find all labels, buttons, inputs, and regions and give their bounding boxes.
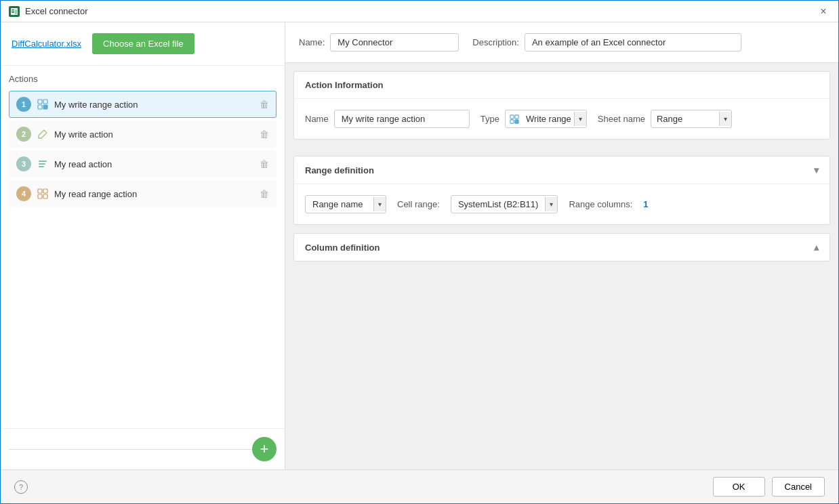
range-cols-label: Range columns: — [569, 199, 632, 209]
action-info-card: Action Information Name Type — [293, 71, 830, 140]
svg-rect-3 — [38, 105, 42, 109]
type-select[interactable]: Write range ▾ — [505, 110, 587, 128]
action-number-2: 2 — [16, 127, 31, 142]
title-bar: Excel connector × — [1, 1, 838, 22]
action-name-input[interactable] — [334, 110, 470, 128]
type-select-arrow[interactable]: ▾ — [574, 112, 586, 126]
range-cols-value: 1 — [643, 199, 648, 209]
range-def-title: Range definition — [305, 165, 374, 175]
write-icon — [37, 128, 49, 140]
delete-action-4[interactable]: 🗑 — [260, 188, 269, 199]
cell-range-value: SystemList (B2:B11) — [451, 196, 546, 213]
sheet-select-arrow[interactable]: ▾ — [719, 112, 731, 126]
add-action-button[interactable]: + — [252, 437, 277, 461]
svg-rect-1 — [38, 100, 42, 104]
desc-label: Description: — [472, 37, 519, 47]
action-item-4[interactable]: 4 My read range action 🗑 — [9, 180, 277, 207]
write-range-icon — [37, 98, 49, 110]
svg-rect-10 — [38, 194, 42, 198]
action-info-header: Action Information — [294, 72, 830, 99]
svg-rect-2 — [43, 100, 47, 104]
ok-button[interactable]: OK — [713, 477, 765, 497]
cell-range-label: Cell range: — [397, 199, 440, 209]
add-btn-container: + — [1, 428, 285, 469]
desc-field-group: Description: — [472, 33, 741, 51]
delete-action-2[interactable]: 🗑 — [260, 129, 269, 140]
footer-left: ? — [14, 480, 706, 494]
close-button[interactable]: × — [817, 5, 830, 18]
range-def-header[interactable]: Range definition ▾ — [294, 156, 830, 184]
svg-rect-7 — [39, 166, 44, 167]
app-icon — [9, 6, 20, 17]
name-field-group: Name: — [299, 33, 459, 51]
choose-file-button[interactable]: Choose an Excel file — [92, 33, 195, 54]
svg-rect-14 — [510, 119, 514, 123]
range-def-card: Range definition ▾ Range name ▾ Cell ran… — [293, 156, 830, 225]
cancel-button[interactable]: Cancel — [772, 477, 825, 497]
actions-label: Actions — [9, 74, 277, 84]
svg-rect-5 — [39, 161, 47, 162]
excel-connector-dialog: Excel connector × DiffCalculator.xlsx Ch… — [0, 0, 839, 504]
action-info-title: Action Information — [305, 80, 384, 90]
name-label: Name: — [299, 37, 325, 47]
help-button[interactable]: ? — [14, 480, 28, 494]
read-icon — [37, 158, 49, 170]
action-number-3: 3 — [16, 156, 31, 171]
file-section: DiffCalculator.xlsx Choose an Excel file — [1, 22, 285, 66]
action-name-3: My read action — [54, 159, 260, 169]
connector-desc-input[interactable] — [525, 33, 741, 51]
divider — [9, 449, 252, 450]
type-icon — [506, 112, 523, 127]
col-def-expand-icon[interactable]: ▴ — [814, 242, 819, 253]
range-name-value: Range name — [306, 196, 373, 213]
delete-action-1[interactable]: 🗑 — [260, 99, 269, 110]
right-panel: Name: Description: Action Information Na… — [285, 22, 838, 469]
action-name-label: Name — [305, 114, 329, 124]
svg-rect-11 — [43, 194, 47, 198]
range-name-arrow[interactable]: ▾ — [373, 197, 386, 211]
range-def-row: Range name ▾ Cell range: SystemList (B2:… — [305, 195, 819, 213]
left-panel: DiffCalculator.xlsx Choose an Excel file… — [1, 22, 285, 469]
action-info-row: Name Type Write range ▾ — [305, 110, 819, 128]
sheet-name-group: Sheet name Range ▾ — [598, 110, 732, 128]
svg-rect-12 — [510, 114, 514, 118]
action-name-group: Name — [305, 110, 470, 128]
action-item-3[interactable]: 3 My read action 🗑 — [9, 150, 277, 177]
svg-rect-6 — [39, 163, 45, 165]
sheet-name-select[interactable]: Range ▾ — [651, 110, 732, 128]
col-def-title: Column definition — [305, 243, 380, 253]
dialog-title: Excel connector — [25, 6, 811, 16]
type-select-value: Write range — [523, 110, 574, 127]
cell-range-arrow[interactable]: ▾ — [545, 197, 557, 211]
actions-section: Actions 1 My write range action 🗑 2 — [1, 66, 285, 428]
connector-name-input[interactable] — [330, 33, 459, 51]
action-type-group: Type Write range ▾ — [480, 110, 587, 128]
action-item-1[interactable]: 1 My write range action 🗑 — [9, 91, 277, 118]
delete-action-3[interactable]: 🗑 — [260, 159, 269, 169]
cell-range-select[interactable]: SystemList (B2:B11) ▾ — [451, 195, 558, 213]
svg-rect-8 — [38, 189, 42, 193]
range-def-body: Range name ▾ Cell range: SystemList (B2:… — [294, 184, 830, 224]
sheet-name-label: Sheet name — [598, 114, 645, 124]
action-type-label: Type — [480, 114, 499, 124]
read-range-icon — [37, 188, 49, 200]
action-number-1: 1 — [16, 97, 31, 112]
range-def-collapse-icon[interactable]: ▾ — [814, 165, 819, 175]
main-content: DiffCalculator.xlsx Choose an Excel file… — [1, 22, 838, 469]
footer: ? OK Cancel — [1, 469, 838, 503]
svg-rect-15 — [515, 119, 518, 123]
action-item-2[interactable]: 2 My write action 🗑 — [9, 121, 277, 148]
sheet-name-value: Range — [651, 110, 719, 127]
svg-rect-13 — [515, 114, 518, 118]
connector-header: Name: Description: — [285, 22, 838, 63]
range-name-select[interactable]: Range name ▾ — [305, 195, 386, 213]
col-def-header[interactable]: Column definition ▴ — [294, 234, 830, 261]
action-name-1: My write range action — [54, 100, 260, 110]
action-info-body: Name Type Write range ▾ — [294, 99, 830, 139]
action-number-4: 4 — [16, 186, 31, 201]
file-link[interactable]: DiffCalculator.xlsx — [12, 39, 81, 49]
action-name-2: My write action — [54, 129, 260, 140]
action-name-4: My read range action — [54, 189, 260, 199]
svg-rect-4 — [43, 105, 47, 109]
col-def-card: Column definition ▴ — [293, 233, 830, 261]
